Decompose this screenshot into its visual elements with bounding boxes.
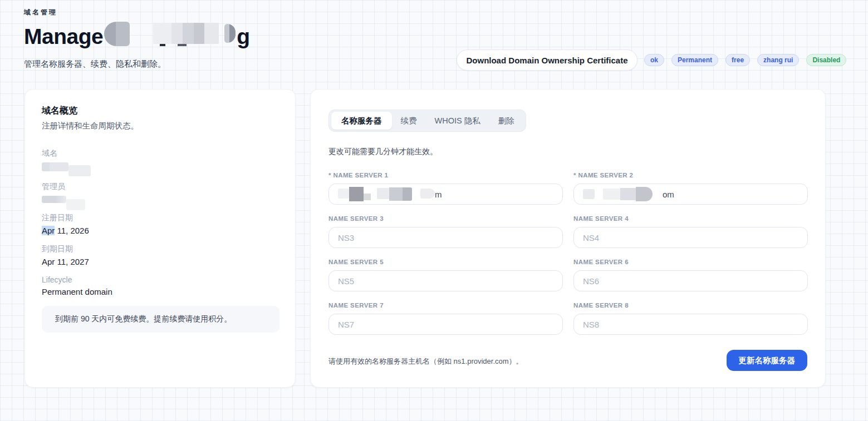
nameserver-5-label: NAME SERVER 5 [328,259,563,265]
domain-name-label: 域名 [42,148,109,159]
expiry-date-field: 到期日期 Apr 11, 2027 [42,244,89,266]
nameserver-6-input[interactable] [573,270,808,291]
nameserver-2-field: * NAME SERVER 2 om [573,172,808,205]
nameserver-2-visible-suffix: om [663,190,674,199]
lifecycle-value: Permanent domain [42,287,112,296]
domain-management-page: 域名管理 Manageg 管理名称服务器、续费、隐私和删除。 Download … [0,0,868,421]
domain-overview-card: 域名概览 注册详情和生命周期状态。 域名 管理员 注册日期 Apr 11, 20… [24,89,296,388]
page-title: Manageg [24,23,250,49]
breadcrumb[interactable]: 域名管理 [24,8,57,17]
status-badge: zhang rui [757,54,799,66]
nameserver-3-label: NAME SERVER 3 [328,215,563,222]
nameserver-1-visible-suffix: m [435,190,442,199]
expiry-date-value: Apr 11, 2027 [42,257,89,266]
nameserver-5-field: NAME SERVER 5 [328,259,563,291]
status-badge: free [725,54,750,66]
registration-date-field: 注册日期 Apr 11, 2026 [42,213,89,235]
tab-whois-privacy[interactable]: WHOIS 隐私 [426,112,489,130]
tab-nameservers[interactable]: 名称服务器 [331,112,392,130]
nameserver-3-input[interactable] [328,227,563,248]
status-badges: ok Permanent free zhang rui Disabled [644,54,846,66]
nameserver-6-label: NAME SERVER 6 [573,259,808,265]
domain-name-field: 域名 [42,148,109,177]
nameserver-tabbar: 名称服务器 续费 WHOIS 隐私 删除 [328,110,526,132]
nameserver-7-input[interactable] [328,314,563,335]
page-title-suffix: g [237,24,249,49]
renewal-note: 到期前 90 天内可免费续费。提前续费请使用积分。 [42,306,279,333]
nameserver-2-input[interactable]: om [573,184,808,205]
lifecycle-label: Lifecycle [42,275,112,284]
nameserver-7-label: NAME SERVER 7 [328,302,563,309]
overview-card-title: 域名概览 [42,105,77,117]
nameserver-1-input[interactable]: m [328,184,563,205]
registration-date-value: Apr 11, 2026 [42,226,89,235]
page-subtitle: 管理名称服务器、续费、隐私和删除。 [24,59,166,70]
redacted-nameserver-2-value [583,187,662,201]
admin-label: 管理员 [42,182,103,192]
lifecycle-field: Lifecycle Permanent domain [42,275,112,296]
redacted-admin-value [42,196,103,210]
nameservers-card: 名称服务器 续费 WHOIS 隐私 删除 更改可能需要几分钟才能生效。 * NA… [310,89,826,388]
tab-renewal[interactable]: 续费 [392,112,426,130]
status-badge: ok [644,54,664,66]
expiry-date-label: 到期日期 [42,244,89,254]
nameserver-8-input[interactable] [573,314,808,335]
nameserver-info-text: 更改可能需要几分钟才能生效。 [328,147,438,157]
redacted-domain-title [104,23,237,49]
tab-delete[interactable]: 删除 [489,112,523,130]
selected-text: Apr [42,226,55,235]
nameserver-4-input[interactable] [573,227,808,248]
nameserver-1-label: * NAME SERVER 1 [328,172,563,179]
registration-date-label: 注册日期 [42,213,89,223]
nameserver-7-field: NAME SERVER 7 [328,302,563,335]
nameserver-1-field: * NAME SERVER 1 m [328,172,563,205]
redacted-nameserver-1-value [338,187,434,201]
status-badge: Permanent [671,54,718,66]
nameserver-hint: 请使用有效的名称服务器主机名（例如 ns1.provider.com）。 [328,356,523,366]
nameserver-8-field: NAME SERVER 8 [573,302,808,335]
overview-card-subtitle: 注册详情和生命周期状态。 [42,121,139,131]
nameserver-5-input[interactable] [328,270,563,291]
page-title-prefix: Manage [24,24,103,49]
nameserver-4-label: NAME SERVER 4 [573,215,808,222]
nameserver-2-label: * NAME SERVER 2 [573,172,808,179]
download-certificate-button[interactable]: Download Domain Ownership Certificate [457,49,637,71]
nameserver-3-field: NAME SERVER 3 [328,215,563,248]
nameserver-8-label: NAME SERVER 8 [573,302,808,309]
status-badge-disabled: Disabled [806,54,846,66]
admin-field: 管理员 [42,182,103,210]
nameserver-4-field: NAME SERVER 4 [573,215,808,248]
update-nameservers-button[interactable]: 更新名称服务器 [727,350,808,371]
redacted-domain-value [42,162,109,177]
nameserver-6-field: NAME SERVER 6 [573,259,808,291]
